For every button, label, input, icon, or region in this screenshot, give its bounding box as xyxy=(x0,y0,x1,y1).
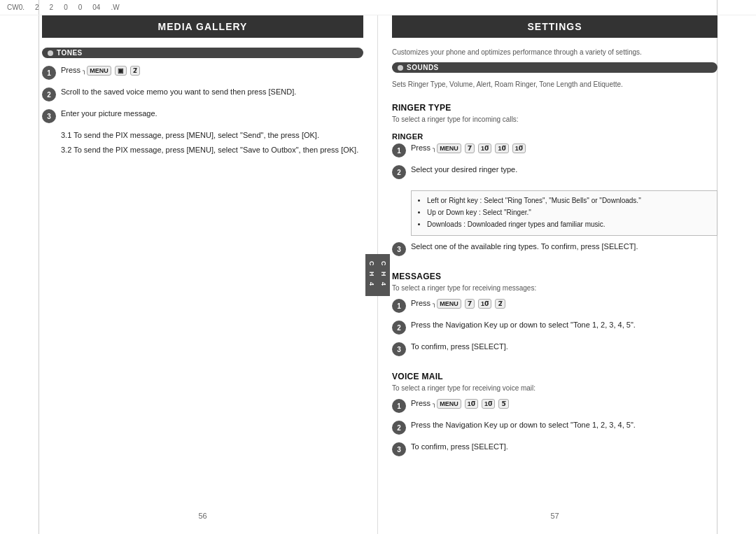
step-content-2: Scroll to the saved voice memo you want … xyxy=(61,87,363,97)
step-number-3: 3 xyxy=(42,109,56,123)
right-page-header: SETTINGS xyxy=(392,15,718,38)
ringer-step-1: 1 Press ╮MENU 7̅ 10̅ 10̅ 10̅ xyxy=(392,143,718,157)
step-1: 1 Press ╮MENU ▣ 2̅ xyxy=(42,65,363,80)
voicemail-title: VOICE MAIL xyxy=(392,372,718,381)
chapter-label-left: C H 4 xyxy=(380,261,387,288)
messages-step-num-3: 3 xyxy=(392,342,406,356)
info-item-1: Left or Right key : Select "Ring Tones",… xyxy=(427,195,710,206)
topbar-item: .W xyxy=(111,3,119,11)
messages-desc: To select a ringer type for receiving me… xyxy=(392,283,718,293)
messages-step-2: 2 Press the Navigation Key up or down to… xyxy=(392,320,718,335)
key-v3: 5̅ xyxy=(498,399,508,409)
ringer-step-content-1: Press ╮MENU 7̅ 10̅ 10̅ 10̅ xyxy=(411,143,718,153)
menu-key-label: MENU xyxy=(437,143,461,154)
info-list: Left or Right key : Select "Ring Tones",… xyxy=(419,195,710,230)
ringer-step-num-2: 2 xyxy=(392,165,406,179)
menu-key-vm: ╮ xyxy=(433,400,436,409)
chapter-tab-right: C H 4 xyxy=(365,254,378,296)
key-icon: 2̅ xyxy=(130,66,140,76)
chapter-tab-left: C H 4 xyxy=(377,254,390,296)
ringer-step-3: 3 Select one of the available ring types… xyxy=(392,241,718,256)
voicemail-step-num-2: 2 xyxy=(392,421,406,435)
voicemail-step-content-3: To confirm, press [SELECT]. xyxy=(411,442,718,452)
voicemail-step-num-3: 3 xyxy=(392,442,406,456)
topbar-item: 04 xyxy=(92,3,100,11)
menu-key-msg: ╮ xyxy=(433,300,436,309)
key-icon: ▣ xyxy=(115,66,127,76)
messages-step-content-3: To confirm, press [SELECT]. xyxy=(411,342,718,352)
menu-label-msg: MENU xyxy=(437,299,461,309)
key-10: 10̅ xyxy=(478,143,491,154)
step-3: 3 Enter your picture message. xyxy=(42,108,363,123)
menu-key-icon: ╮ xyxy=(83,66,86,76)
voicemail-step-content-1: Press ╮MENU 10̅ 10̅ 5̅ xyxy=(411,398,718,409)
topbar-item: CW0. xyxy=(7,3,24,11)
messages-step-num-2: 2 xyxy=(392,321,406,335)
voicemail-step-2: 2 Press the Navigation Key up or down to… xyxy=(392,420,718,435)
messages-step-content-2: Press the Navigation Key up or down to s… xyxy=(411,320,718,330)
sounds-desc: Sets Ringer Type, Volume, Alert, Roam Ri… xyxy=(392,80,718,90)
right-page-number: 57 xyxy=(392,505,718,520)
messages-step-content-1: Press ╮MENU 7̅ 10̅ 2̅ xyxy=(411,298,718,309)
left-page: C H 4 MEDIA GALLERY TONES 1 Press ╮MENU … xyxy=(0,15,378,534)
messages-step-1: 1 Press ╮MENU 7̅ 10̅ 2̅ xyxy=(392,298,718,313)
info-item-3: Downloads : Downloaded ringer types and … xyxy=(427,219,710,230)
menu-label-vm: MENU xyxy=(437,399,461,409)
menu-label: MENU xyxy=(87,66,111,76)
left-page-number: 56 xyxy=(42,505,363,520)
messages-step-num-1: 1 xyxy=(392,299,406,313)
substep-32: 3.2 To send the PIX message, press [MENU… xyxy=(61,145,363,155)
info-item-2: Up or Down key : Select "Ringer." xyxy=(427,207,710,218)
ringer-step-content-3: Select one of the available ring types. … xyxy=(411,241,718,252)
chapter-label-right: C H 4 xyxy=(368,261,375,288)
substep-31: 3.1 To send the PIX message, press [MENU… xyxy=(61,130,363,141)
ringer-type-desc: To select a ringer type for incoming cal… xyxy=(392,115,718,125)
voicemail-step-content-2: Press the Navigation Key up or down to s… xyxy=(411,420,718,430)
topbar-item: 2 xyxy=(35,3,39,11)
step-content-3: Enter your picture message. xyxy=(61,108,363,119)
ringer-info-box: Left or Right key : Select "Ring Tones",… xyxy=(411,190,718,236)
messages-step-3: 3 To confirm, press [SELECT]. xyxy=(392,342,718,356)
ringer-step-2: 2 Select your desired ringer type. xyxy=(392,164,718,179)
step-number-2: 2 xyxy=(42,87,56,101)
topbar-item: 0 xyxy=(78,3,83,11)
messages-title: MESSAGES xyxy=(392,272,718,281)
ringer-type-title: RINGER TYPE xyxy=(392,103,718,113)
ringer-step-num-3: 3 xyxy=(392,242,406,256)
topbar-item: 0 xyxy=(64,3,68,11)
key-m1: 7̅ xyxy=(465,299,475,309)
key-10b: 10̅ xyxy=(495,143,508,154)
key-v1: 10̅ xyxy=(465,399,478,409)
ringer-subsection-title: RINGER xyxy=(392,132,718,141)
left-page-header: MEDIA GALLERY xyxy=(42,15,363,38)
menu-key: ╮ xyxy=(433,144,436,153)
step-content-1: Press ╮MENU ▣ 2̅ xyxy=(61,65,363,76)
key-m3: 2̅ xyxy=(495,299,505,309)
topbar-item: 2 xyxy=(50,3,54,11)
voicemail-step-num-1: 1 xyxy=(392,399,406,413)
badge-dot xyxy=(48,50,53,56)
step-2: 2 Scroll to the saved voice memo you wan… xyxy=(42,87,363,101)
ringer-step-num-1: 1 xyxy=(392,143,406,157)
voicemail-step-1: 1 Press ╮MENU 10̅ 10̅ 5̅ xyxy=(392,398,718,413)
top-bar: CW0. 2 2 0 0 04 .W xyxy=(0,0,756,15)
voicemail-desc: To select a ringer type for receiving vo… xyxy=(392,384,718,393)
key-v2: 10̅ xyxy=(482,399,495,409)
key-7: 7̅ xyxy=(465,143,475,154)
badge-dot xyxy=(398,65,403,71)
voicemail-step-3: 3 To confirm, press [SELECT]. xyxy=(392,442,718,456)
settings-intro: Customizes your phone and optimizes perf… xyxy=(392,48,718,57)
ringer-step-content-2: Select your desired ringer type. xyxy=(411,164,718,175)
sounds-badge: SOUNDS xyxy=(392,62,718,73)
right-page: C H 4 SETTINGS Customizes your phone and… xyxy=(378,15,756,534)
step-number-1: 1 xyxy=(42,66,56,80)
tones-badge: TONES xyxy=(42,48,363,58)
key-10c: 10̅ xyxy=(512,143,526,154)
key-m2: 10̅ xyxy=(478,299,491,309)
